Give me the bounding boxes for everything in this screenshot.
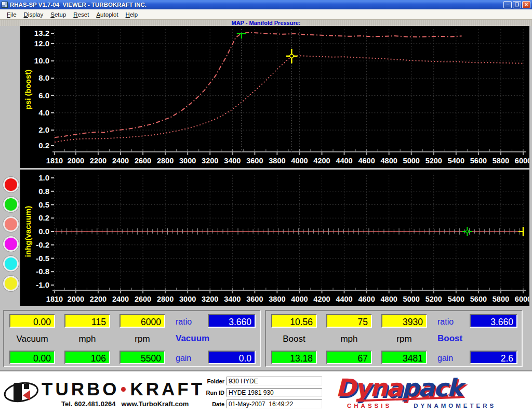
dynapack-word1: Dyna [336, 373, 402, 402]
vacuum-ref-mph: 106 [64, 351, 110, 364]
svg-text:6000: 6000 [515, 157, 529, 165]
svg-text:4200: 4200 [313, 157, 330, 165]
svg-text:3000: 3000 [179, 295, 196, 303]
svg-text:4600: 4600 [358, 157, 375, 165]
svg-text:5000: 5000 [403, 295, 420, 303]
palette-button-magenta[interactable] [5, 238, 17, 250]
vacuum-chart-plot[interactable]: 1.00.80.50.20.0-0.2-0.5-0.8-1.0181020002… [20, 170, 529, 306]
svg-text:4600: 4600 [358, 295, 375, 303]
svg-text:2400: 2400 [112, 295, 129, 303]
svg-text:4200: 4200 [313, 295, 330, 303]
palette-button-red[interactable] [5, 178, 17, 191]
boost-chart-plot[interactable]: 13.212.010.08.06.04.02.00.21810200022002… [20, 26, 529, 168]
boost-cursor-rpm: 3930 [381, 314, 427, 328]
svg-text:5800: 5800 [493, 295, 509, 303]
svg-text:5400: 5400 [448, 295, 464, 303]
svg-text:2200: 2200 [90, 295, 107, 303]
vacuum-ref-value: 0.00 [9, 351, 55, 364]
menu-item-reset[interactable]: Reset [70, 10, 92, 19]
footer: TURBOKRAFT Tel. 602.481.0264 www.TurboKr… [0, 370, 532, 413]
svg-text:8.0: 8.0 [38, 73, 49, 82]
svg-text:6000: 6000 [515, 295, 529, 303]
menu-item-display[interactable]: Display [20, 10, 47, 19]
dynapack-tagline-dynos: DYNAMOMETERS [414, 403, 496, 409]
mph-col-label-2: mph [323, 334, 375, 344]
svg-text:4000: 4000 [291, 295, 308, 303]
dynapack-tagline-chassis: CHASSIS [347, 403, 392, 409]
boost-col-label: Boost [268, 334, 320, 344]
boost-ratio-label: ratio [437, 317, 454, 327]
svg-text:2800: 2800 [157, 157, 174, 165]
svg-text:3000: 3000 [179, 157, 196, 165]
vacuum-col-label: Vacuum [6, 334, 58, 344]
boost-section-label: Boost [437, 333, 462, 344]
svg-text:-0.8: -0.8 [36, 267, 49, 276]
boost-cursor-mph: 75 [326, 314, 372, 328]
svg-text:3800: 3800 [269, 295, 285, 303]
vacuum-section-label: Vacuum [176, 333, 209, 344]
svg-text:1810: 1810 [46, 157, 63, 165]
boost-readout-group: 10.56 75 3930 ratio 3.660 Boost mph rpm … [265, 310, 523, 367]
yellow-cursor[interactable] [518, 227, 523, 236]
svg-text:5600: 5600 [470, 157, 487, 165]
menu-item-autoplot[interactable]: Autoplot [92, 10, 122, 19]
restore-button[interactable]: ❐ [513, 1, 521, 8]
svg-text:0.8: 0.8 [38, 187, 49, 196]
svg-text:5200: 5200 [425, 295, 442, 303]
turbokraft-brand: TURBOKRAFT [42, 379, 205, 399]
svg-text:2400: 2400 [112, 157, 129, 165]
palette-button-salmon[interactable] [5, 218, 17, 230]
boost-ratio-value: 3.660 [470, 314, 517, 328]
svg-text:1810: 1810 [46, 295, 63, 303]
palette-button-green[interactable] [5, 198, 17, 211]
boost-chart[interactable]: 13.212.010.08.06.04.02.00.21810200022002… [20, 26, 530, 168]
svg-text:2200: 2200 [90, 157, 107, 165]
svg-text:3200: 3200 [202, 157, 218, 165]
dynapack-logo: Dynapack CHASSIS DYNAMOMETERS [336, 373, 530, 412]
green-cursor[interactable] [462, 227, 472, 236]
palette-button-cyan[interactable] [5, 257, 17, 270]
svg-text:5200: 5200 [425, 157, 442, 165]
vacuum-gain-label: gain [176, 354, 191, 363]
svg-text:5400: 5400 [448, 157, 464, 165]
menu-item-file[interactable]: File [3, 10, 20, 19]
svg-text:-0.2: -0.2 [36, 240, 49, 249]
svg-text:5600: 5600 [470, 295, 487, 303]
svg-text:4400: 4400 [336, 157, 352, 165]
date-input[interactable] [227, 399, 322, 408]
vacuum-ref-rpm: 5500 [119, 351, 165, 364]
svg-text:3600: 3600 [246, 157, 263, 165]
svg-text:12.0: 12.0 [34, 39, 49, 48]
menu-item-help[interactable]: Help [122, 10, 142, 19]
brand-dot-icon [121, 387, 126, 392]
svg-text:1.0: 1.0 [38, 173, 49, 182]
svg-text:10.0: 10.0 [34, 56, 49, 65]
svg-text:3400: 3400 [224, 295, 241, 303]
svg-text:4800: 4800 [381, 295, 397, 303]
yellow-cursor[interactable] [286, 49, 297, 63]
vacuum-ratio-label: ratio [176, 317, 192, 327]
run-id-input[interactable] [227, 388, 322, 397]
run-id-label: Run ID [196, 390, 224, 396]
date-label: Date [196, 401, 224, 407]
vacuum-chart[interactable]: 1.00.80.50.20.0-0.2-0.5-0.8-1.0181020002… [20, 170, 530, 306]
vacuum-gain-value: 0.0 [208, 351, 256, 364]
vacuum-cursor-rpm: 6000 [119, 314, 165, 328]
svg-text:3400: 3400 [224, 157, 241, 165]
svg-text:2000: 2000 [68, 157, 84, 165]
close-button[interactable]: ✕ [522, 1, 530, 8]
vacuum-cursor-mph: 115 [64, 314, 110, 328]
boost-gain-value: 2.6 [470, 351, 517, 364]
menu-item-setup[interactable]: Setup [47, 10, 70, 19]
minimize-button[interactable]: – [503, 1, 512, 8]
boost-run-dotted [55, 56, 523, 142]
folder-input[interactable] [227, 377, 322, 385]
palette-button-yellow[interactable] [5, 277, 17, 290]
svg-text:2800: 2800 [157, 295, 174, 303]
svg-text:0.0: 0.0 [38, 227, 49, 236]
svg-text:4.0: 4.0 [38, 108, 49, 117]
brand-turbo: TURBO [42, 379, 119, 399]
boost-cursor-value: 10.56 [271, 314, 317, 328]
readout-panel: 0.00 115 6000 ratio 3.660 Vacuum mph rpm… [0, 306, 532, 370]
y-axis-label: inhg(vacuum) [23, 206, 32, 257]
